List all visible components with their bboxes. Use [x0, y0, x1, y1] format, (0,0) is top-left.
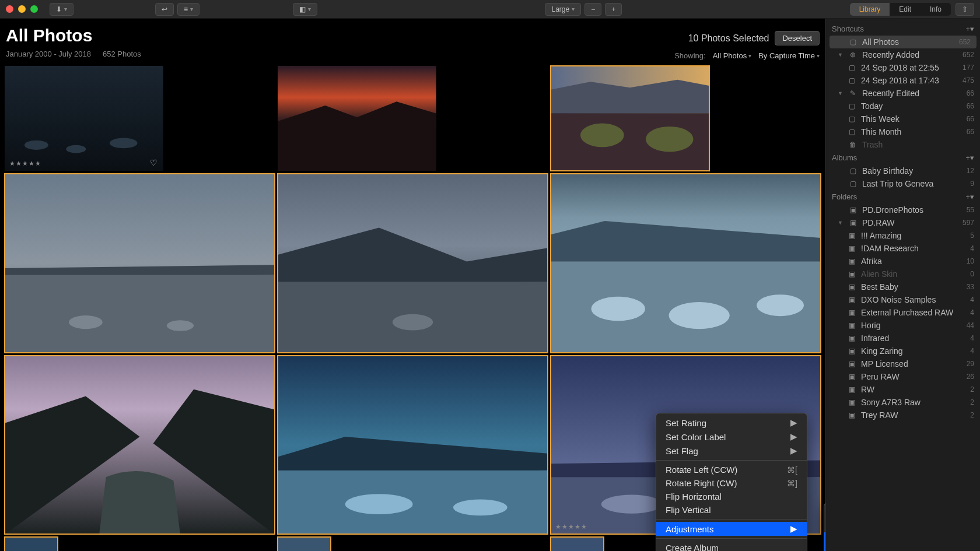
- menu-item-label: Set Rating: [666, 418, 706, 428]
- menu-item-label: Set Flag: [666, 446, 698, 456]
- mode-tabs: Library Edit Info: [850, 3, 951, 16]
- folder-icon: ▣: [847, 334, 856, 342]
- close-window-button[interactable]: [6, 5, 13, 13]
- sidebar-item[interactable]: ▣Sony A7R3 Raw2: [826, 396, 980, 409]
- svg-point-20: [757, 294, 804, 316]
- sidebar-item[interactable]: ▢This Week66: [826, 113, 980, 125]
- sidebar-item[interactable]: ▢Baby Birthday12: [826, 164, 980, 177]
- menu-item[interactable]: Set Color Label▶: [656, 430, 807, 444]
- photo-thumbnail[interactable]: [551, 537, 604, 551]
- photo-thumbnail[interactable]: ★★★★★ ♡: [5, 66, 163, 171]
- sidebar-item[interactable]: ▢This Month66: [826, 125, 980, 138]
- disclosure-icon[interactable]: ▼: [838, 220, 844, 226]
- sidebar-item[interactable]: ▣Infrared4: [826, 332, 980, 345]
- sidebar-item-label: Baby Birthday: [862, 166, 913, 176]
- tab-edit[interactable]: Edit: [890, 3, 921, 16]
- svg-rect-32: [551, 537, 604, 551]
- thumbnail-size-select[interactable]: Large▾: [545, 3, 581, 16]
- menu-item[interactable]: Set Flag▶: [656, 444, 807, 458]
- menu-item[interactable]: Create Album: [656, 541, 807, 551]
- menu-item[interactable]: Sync Image Adjustments⇧⌘S: [824, 532, 825, 551]
- sidebar-item[interactable]: ▣PD.DronePhotos55: [826, 203, 980, 216]
- menu-item[interactable]: Adjustments▶: [656, 522, 807, 536]
- panel-toggle-button[interactable]: ◧▾: [293, 3, 317, 16]
- sidebar-item[interactable]: ▢24 Sep 2018 at 22:55177: [826, 61, 980, 74]
- add-folder-button[interactable]: +▾: [965, 192, 974, 201]
- sidebar-item-label: MP Licensed: [861, 359, 908, 368]
- sidebar-item[interactable]: ▣Best Baby33: [826, 280, 980, 293]
- sidebar-item[interactable]: ▣Trey RAW2: [826, 409, 980, 422]
- filter-dropdown[interactable]: All Photos▾: [713, 51, 752, 60]
- sidebar-item-count: 2: [970, 398, 974, 406]
- folder-icon: ▣: [848, 206, 858, 214]
- sidebar-item[interactable]: ▢Today66: [826, 100, 980, 113]
- menu-item[interactable]: Rotate Right (CW)⌘]: [656, 476, 807, 490]
- window-controls: [6, 5, 38, 13]
- menu-item[interactable]: Rotate Left (CCW)⌘[: [656, 463, 807, 476]
- sidebar-item[interactable]: ▣Horig44: [826, 319, 980, 332]
- menu-item[interactable]: Flip Horizontal: [656, 490, 807, 503]
- import-button[interactable]: ⬇▾: [50, 3, 74, 16]
- sidebar-item[interactable]: ▼✎Recently Edited66: [826, 87, 980, 100]
- photo-thumbnail[interactable]: [551, 66, 709, 171]
- tab-library[interactable]: Library: [850, 3, 890, 16]
- maximize-window-button[interactable]: [30, 5, 38, 13]
- sort-dropdown[interactable]: By Capture Time▾: [758, 51, 820, 60]
- sidebar-item[interactable]: ▣!DAM Research4: [826, 242, 980, 255]
- menu-item[interactable]: Flip Vertical: [656, 503, 807, 517]
- sidebar-item[interactable]: ▣Afrika10: [826, 255, 980, 268]
- photo-thumbnail[interactable]: [278, 356, 548, 535]
- folder-icon: ▢: [848, 180, 858, 188]
- add-shortcut-button[interactable]: +▾: [965, 24, 974, 33]
- tab-info[interactable]: Info: [921, 3, 951, 16]
- sidebar-item[interactable]: ▣External Purchased RAW4: [826, 306, 980, 319]
- photo-thumbnail[interactable]: [5, 356, 275, 535]
- menu-item-label: Flip Horizontal: [666, 492, 722, 501]
- svg-point-18: [591, 297, 645, 321]
- sidebar-item-count: 2: [970, 385, 974, 394]
- sidebar-item[interactable]: ▢24 Sep 2018 at 17:43475: [826, 74, 980, 87]
- sidebar-item[interactable]: ▣DXO Noise Samples4: [826, 293, 980, 306]
- photo-thumbnail[interactable]: [278, 537, 331, 551]
- sidebar-item[interactable]: ▣!!! Amazing5: [826, 229, 980, 242]
- zoom-out-button[interactable]: −: [584, 3, 601, 16]
- sidebar-item-count: 55: [967, 206, 974, 214]
- menu-item-label: Create Album: [666, 543, 719, 551]
- sidebar-item[interactable]: ▢Last Trip to Geneva9: [826, 177, 980, 190]
- list-icon: ≡: [184, 5, 188, 13]
- sidebar-item-label: Sony A7R3 Raw: [861, 398, 921, 407]
- svg-point-8: [646, 127, 694, 152]
- sidebar-item[interactable]: ▣RW2: [826, 383, 980, 396]
- back-button[interactable]: ↩: [155, 3, 174, 16]
- photo-thumbnail[interactable]: [551, 174, 821, 353]
- sidebar-item[interactable]: ▼▣PD.RAW597: [826, 216, 980, 229]
- sidebar-item[interactable]: ▣MP Licensed29: [826, 357, 980, 370]
- chevron-down-icon: ▾: [817, 52, 820, 59]
- menu-item: Paste Adjustments⌘V: [824, 519, 825, 532]
- sidebar-item[interactable]: ▢All Photos652: [830, 36, 977, 48]
- folder-icon: ▣: [847, 321, 856, 329]
- share-button[interactable]: ⇧: [956, 3, 974, 16]
- photo-thumbnail[interactable]: [5, 537, 58, 551]
- menu-item[interactable]: Set Rating▶: [656, 416, 807, 430]
- photo-thumbnail[interactable]: [278, 174, 548, 353]
- sidebar-item[interactable]: ▣King Zaring4: [826, 345, 980, 357]
- folder-icon: ▢: [847, 115, 856, 123]
- minimize-window-button[interactable]: [18, 5, 26, 13]
- favorite-icon[interactable]: ♡: [150, 158, 158, 167]
- disclosure-icon[interactable]: ▼: [838, 52, 844, 58]
- deselect-button[interactable]: Deselect: [775, 31, 820, 45]
- folder-icon: ▣: [847, 385, 856, 394]
- disclosure-icon[interactable]: ▼: [838, 90, 844, 96]
- sidebar-item-label: !DAM Research: [861, 244, 919, 253]
- list-view-button[interactable]: ≡▾: [177, 3, 200, 16]
- sidebar-item[interactable]: ▣Peru RAW26: [826, 370, 980, 383]
- sidebar-item-count: 4: [970, 296, 974, 304]
- shortcut-label: ⌘]: [787, 479, 797, 488]
- sidebar-item[interactable]: ▼⊕Recently Added652: [826, 48, 980, 61]
- menu-item[interactable]: Copy Adjustments⌘C: [824, 506, 825, 519]
- photo-thumbnail[interactable]: [5, 174, 275, 353]
- add-album-button[interactable]: +▾: [965, 153, 974, 162]
- zoom-in-button[interactable]: +: [605, 3, 622, 16]
- photo-thumbnail[interactable]: [278, 66, 436, 171]
